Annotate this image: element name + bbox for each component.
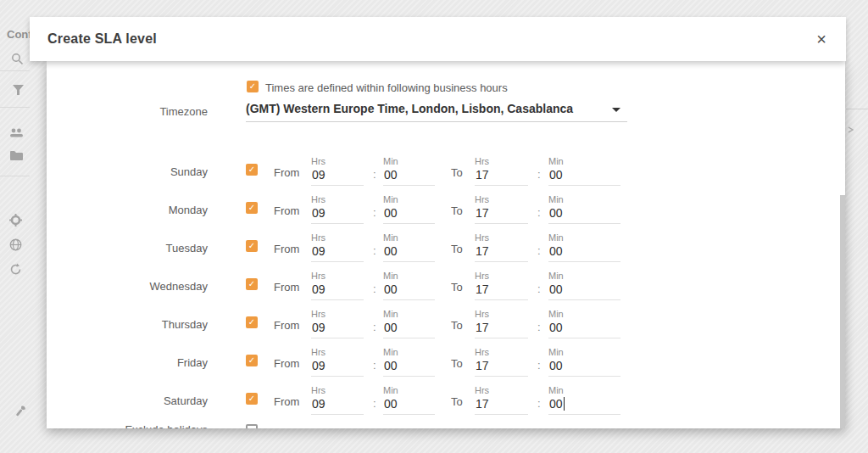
- min-label: Min: [548, 347, 620, 357]
- to-hrs-input[interactable]: [475, 358, 528, 377]
- users-icon: [9, 126, 24, 142]
- min-label: Min: [383, 156, 435, 166]
- to-hrs-input[interactable]: [475, 320, 528, 338]
- to-min-input[interactable]: [548, 396, 620, 415]
- business-hours-checkbox[interactable]: ✓: [247, 81, 259, 92]
- to-hrs-input[interactable]: [475, 205, 528, 224]
- from-min-field: Min: [383, 156, 435, 186]
- globe-icon: [9, 238, 22, 254]
- create-sla-dialog-body: ✓ Times are defined within following bus…: [47, 61, 845, 428]
- from-hrs-field: Hrs: [311, 156, 364, 186]
- from-hrs-input[interactable]: [311, 282, 364, 300]
- to-min-field: Min: [548, 194, 620, 224]
- from-min-input[interactable]: [383, 282, 435, 300]
- day-checkbox[interactable]: ✓: [246, 393, 258, 405]
- folder-icon: [9, 149, 24, 165]
- from-min-input[interactable]: [383, 358, 435, 377]
- search-icon: [11, 53, 24, 69]
- hrs-label: Hrs: [475, 194, 528, 204]
- hrs-label: Hrs: [475, 156, 528, 166]
- colon-separator: :: [373, 397, 376, 410]
- day-row-monday: Monday ✓ From Hrs : Min To Hrs : Min: [47, 194, 845, 232]
- timezone-label: Timezone: [81, 105, 208, 118]
- exclude-holidays-checkbox[interactable]: [246, 424, 258, 428]
- from-min-input[interactable]: [383, 167, 435, 186]
- from-hrs-input[interactable]: [311, 167, 364, 186]
- day-checkbox[interactable]: ✓: [246, 278, 258, 290]
- from-min-field: Min: [383, 309, 435, 338]
- from-min-field: Min: [383, 271, 435, 300]
- from-label: From: [274, 357, 299, 370]
- close-icon[interactable]: ×: [810, 27, 833, 51]
- day-row-wednesday: Wednesday ✓ From Hrs : Min To Hrs : Min: [47, 271, 845, 309]
- min-label: Min: [548, 309, 620, 319]
- colon-separator: :: [537, 282, 541, 295]
- from-min-input[interactable]: [383, 320, 435, 338]
- colon-separator: :: [537, 244, 541, 257]
- day-checkbox[interactable]: ✓: [246, 202, 258, 214]
- hrs-label: Hrs: [311, 347, 364, 357]
- colon-separator: :: [537, 359, 541, 372]
- hrs-label: Hrs: [311, 194, 364, 204]
- hrs-label: Hrs: [475, 309, 528, 319]
- create-sla-dialog-header: Create SLA level ×: [30, 17, 846, 61]
- from-min-input[interactable]: [383, 396, 435, 415]
- from-label: From: [274, 395, 299, 408]
- from-hrs-input[interactable]: [311, 243, 364, 262]
- to-hrs-input[interactable]: [475, 243, 528, 262]
- from-hrs-input[interactable]: [311, 358, 364, 377]
- to-hrs-field: Hrs: [475, 194, 528, 224]
- day-row-friday: Friday ✓ From Hrs : Min To Hrs : Min: [47, 347, 845, 385]
- from-hrs-field: Hrs: [311, 232, 364, 262]
- from-min-input[interactable]: [383, 243, 435, 262]
- to-min-field: Min: [548, 271, 620, 300]
- day-row-sunday: Sunday ✓ From Hrs : Min To Hrs : Min: [47, 156, 845, 194]
- to-label: To: [451, 357, 463, 370]
- sidebar-divider: [0, 107, 30, 108]
- colon-separator: :: [373, 359, 376, 372]
- timezone-select[interactable]: (GMT) Western Europe Time, London, Lisbo…: [246, 99, 627, 122]
- to-min-input[interactable]: [548, 320, 620, 338]
- day-checkbox[interactable]: ✓: [246, 164, 258, 176]
- to-min-input[interactable]: [548, 282, 620, 300]
- day-checkbox[interactable]: ✓: [246, 355, 258, 366]
- to-hrs-field: Hrs: [475, 232, 528, 262]
- to-label: To: [451, 319, 463, 332]
- from-label: From: [274, 281, 299, 294]
- from-min-input[interactable]: [383, 205, 435, 224]
- exclude-holidays-label: Exclude holidays: [81, 423, 208, 428]
- text-cursor: [564, 397, 565, 411]
- timezone-value: (GMT) Western Europe Time, London, Lisbo…: [246, 99, 627, 118]
- day-label: Thursday: [81, 318, 208, 331]
- refresh-icon: [9, 263, 22, 279]
- to-min-field: Min: [548, 347, 620, 377]
- to-hrs-input[interactable]: [475, 282, 528, 300]
- colon-separator: :: [373, 282, 376, 295]
- to-hrs-field: Hrs: [475, 271, 528, 300]
- day-checkbox[interactable]: ✓: [246, 240, 258, 252]
- from-min-field: Min: [383, 385, 435, 415]
- colon-separator: :: [537, 397, 541, 410]
- to-min-input[interactable]: [548, 167, 620, 186]
- to-hrs-input[interactable]: [475, 396, 528, 415]
- to-hrs-input[interactable]: [475, 167, 528, 186]
- colon-separator: :: [373, 321, 376, 333]
- colon-separator: :: [537, 206, 541, 219]
- from-hrs-input[interactable]: [311, 320, 364, 338]
- min-label: Min: [548, 156, 620, 166]
- to-min-input[interactable]: [548, 205, 620, 224]
- from-min-field: Min: [383, 232, 435, 262]
- from-hrs-field: Hrs: [311, 385, 364, 415]
- day-checkbox[interactable]: ✓: [246, 316, 258, 328]
- colon-separator: :: [373, 244, 376, 257]
- chevron-icon: [847, 126, 855, 134]
- to-min-input[interactable]: [548, 243, 620, 262]
- colon-separator: :: [537, 321, 541, 333]
- scrollbar-thumb[interactable]: [840, 195, 845, 428]
- from-hrs-input[interactable]: [311, 396, 364, 415]
- wrench-icon: [12, 405, 27, 423]
- to-label: To: [451, 281, 463, 294]
- from-hrs-input[interactable]: [311, 205, 364, 224]
- to-min-input[interactable]: [548, 358, 620, 377]
- hrs-label: Hrs: [475, 232, 528, 243]
